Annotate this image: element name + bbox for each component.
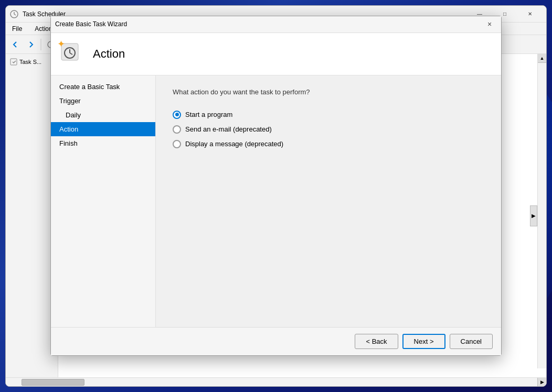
next-button[interactable]: Next > (402, 334, 445, 349)
content-question: What action do you want the task to perf… (173, 88, 484, 96)
nav-item-action[interactable]: Action (51, 122, 155, 136)
dialog-header-icon: ✦ (59, 41, 84, 67)
menu-file[interactable]: File (10, 24, 24, 34)
back-toolbar-button[interactable] (8, 37, 23, 52)
scroll-right-arrow[interactable]: ▶ (537, 378, 546, 387)
dialog-titlebar: Create Basic Task Wizard × (51, 16, 501, 33)
action-radio-group: Start a program Send an e-mail (deprecat… (173, 111, 484, 148)
create-basic-task-dialog: Create Basic Task Wizard × ✦ Action Crea (50, 16, 502, 356)
dialog-close-button[interactable]: × (482, 18, 497, 30)
dialog-overlay: Create Basic Task Wizard × ✦ Action Crea (0, 0, 552, 392)
svg-rect-6 (10, 59, 17, 65)
dialog-body: Create a Basic Task Trigger Daily Action… (51, 75, 501, 327)
radio-option-start-program[interactable]: Start a program (173, 111, 484, 119)
app-icon (10, 10, 18, 18)
bottom-scrollbar: ▶ (6, 377, 546, 386)
dialog-header: ✦ Action (51, 33, 501, 75)
dialog-nav-sidebar: Create a Basic Task Trigger Daily Action… (51, 75, 156, 327)
radio-send-email[interactable] (173, 125, 181, 134)
close-button[interactable]: ✕ (518, 6, 542, 23)
nav-item-finish[interactable]: Finish (51, 136, 155, 150)
svg-line-2 (14, 14, 16, 15)
scroll-track[interactable] (6, 378, 537, 386)
back-button[interactable]: < Back (355, 334, 398, 349)
dialog-footer: < Back Next > Cancel (51, 327, 501, 355)
scroll-thumb[interactable] (22, 379, 84, 386)
right-scrollbar[interactable]: ▲ (537, 54, 546, 368)
radio-start-program[interactable] (173, 111, 181, 119)
nav-item-create-basic-task[interactable]: Create a Basic Task (51, 80, 155, 94)
dialog-header-title: Action (93, 47, 125, 61)
radio-label-display-message: Display a message (deprecated) (185, 140, 283, 148)
radio-option-display-message[interactable]: Display a message (deprecated) (173, 140, 484, 148)
cancel-button[interactable]: Cancel (450, 334, 493, 349)
radio-label-send-email: Send an e-mail (deprecated) (185, 125, 272, 133)
star-burst-icon: ✦ (57, 39, 65, 49)
radio-display-message[interactable] (173, 140, 181, 148)
nav-item-daily[interactable]: Daily (51, 108, 155, 122)
dialog-title: Create Basic Task Wizard (55, 20, 482, 28)
forward-toolbar-button[interactable] (24, 37, 38, 52)
radio-option-send-email[interactable]: Send an e-mail (deprecated) (173, 125, 484, 134)
radio-label-start-program: Start a program (185, 111, 232, 118)
expand-panel-button[interactable]: ▶ (530, 205, 537, 226)
scroll-up-arrow[interactable]: ▲ (538, 54, 547, 63)
nav-item-trigger[interactable]: Trigger (51, 94, 155, 108)
dialog-content-area: What action do you want the task to perf… (156, 75, 501, 327)
